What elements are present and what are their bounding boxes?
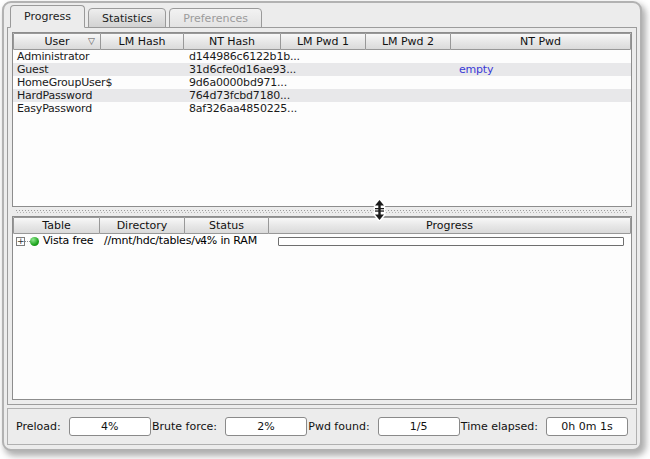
cell-nt-hash: d144986c6122b1b... bbox=[185, 50, 283, 63]
hash-row-hardpassword[interactable]: HardPassword764d73fcbd7180... bbox=[13, 89, 631, 102]
cell-nt-pwd bbox=[455, 50, 631, 63]
tree-expander-icon[interactable]: + bbox=[16, 237, 25, 246]
hash-table-header-row: User▽LM HashNT HashLM Pwd 1LM Pwd 2NT Pw… bbox=[13, 33, 631, 50]
cell-lm-pwd2 bbox=[369, 76, 455, 89]
column-header-table[interactable]: Table bbox=[13, 217, 100, 234]
cell-nt-hash: 8af326aa4850225... bbox=[185, 102, 283, 115]
cell-user: HomeGroupUser$ bbox=[13, 76, 101, 89]
tables-table: TableDirectoryStatusProgress + Vista fre… bbox=[12, 216, 632, 400]
cell-lm-hash bbox=[101, 63, 185, 76]
cell-lm-pwd2 bbox=[369, 102, 455, 115]
table-row-vista-free[interactable]: + Vista free //mnt/hdc/tables/v... 4% in… bbox=[13, 234, 631, 248]
time-elapsed-label: Time elapsed: bbox=[461, 420, 538, 433]
hash-row-administrator[interactable]: Administratord144986c6122b1b... bbox=[13, 50, 631, 63]
cell-table-name: + Vista free bbox=[13, 234, 100, 248]
splitter-handle[interactable] bbox=[12, 207, 632, 216]
status-bar: Preload: 4% Brute force: 2% Pwd found: 1… bbox=[7, 408, 637, 445]
pwd-found-group: Pwd found: 1/5 bbox=[308, 417, 459, 436]
preload-group: Preload: 4% bbox=[16, 417, 151, 436]
cell-nt-hash: 31d6cfe0d16ae93... bbox=[185, 63, 283, 76]
time-elapsed-group: Time elapsed: 0h 0m 1s bbox=[461, 417, 628, 436]
pwd-found-value-field: 1/5 bbox=[378, 417, 460, 436]
cell-nt-hash: 764d73fcbd7180... bbox=[185, 89, 283, 102]
cell-lm-pwd1 bbox=[283, 76, 369, 89]
table-name-label: Vista free bbox=[43, 234, 93, 248]
cell-nt-pwd: empty bbox=[455, 63, 631, 76]
cell-lm-hash bbox=[101, 76, 185, 89]
tab-bar: Progress Statistics Preferences bbox=[4, 3, 640, 27]
column-header-lm-pwd-2[interactable]: LM Pwd 2 bbox=[365, 33, 451, 50]
column-header-directory[interactable]: Directory bbox=[99, 217, 185, 234]
cell-lm-pwd2 bbox=[369, 89, 455, 102]
cell-lm-hash bbox=[101, 50, 185, 63]
progress-tab-pane: User▽LM HashNT HashLM Pwd 1LM Pwd 2NT Pw… bbox=[7, 27, 637, 405]
cell-lm-hash bbox=[101, 89, 185, 102]
cell-progress bbox=[271, 237, 631, 246]
cell-user: Guest bbox=[13, 63, 101, 76]
hash-row-homegroupuser$[interactable]: HomeGroupUser$9d6a0000bd971... bbox=[13, 76, 631, 89]
ophcrack-window: Progress Statistics Preferences User▽LM … bbox=[2, 1, 642, 451]
hash-row-easypassword[interactable]: EasyPassword8af326aa4850225... bbox=[13, 102, 631, 115]
column-header-lm-pwd-1[interactable]: LM Pwd 1 bbox=[280, 33, 366, 50]
preload-label: Preload: bbox=[16, 420, 61, 433]
cell-lm-pwd2 bbox=[369, 63, 455, 76]
cell-status: 4% in RAM bbox=[186, 234, 271, 248]
tab-statistics[interactable]: Statistics bbox=[88, 8, 166, 28]
brute-force-value-field: 2% bbox=[225, 417, 307, 436]
table-enabled-dot-icon bbox=[30, 237, 39, 246]
splitter-dots bbox=[16, 210, 628, 213]
sort-indicator-icon: ▽ bbox=[88, 34, 95, 49]
hash-row-guest[interactable]: Guest31d6cfe0d16ae93...empty bbox=[13, 63, 631, 76]
cell-nt-pwd bbox=[455, 89, 631, 102]
pwd-found-label: Pwd found: bbox=[308, 420, 369, 433]
cell-nt-hash: 9d6a0000bd971... bbox=[185, 76, 283, 89]
hash-table-body: Administratord144986c6122b1b...Guest31d6… bbox=[13, 50, 631, 206]
hash-table: User▽LM HashNT HashLM Pwd 1LM Pwd 2NT Pw… bbox=[12, 32, 632, 207]
cell-lm-pwd1 bbox=[283, 50, 369, 63]
cell-user: EasyPassword bbox=[13, 102, 101, 115]
column-header-nt-hash[interactable]: NT Hash bbox=[183, 33, 281, 50]
tab-preferences: Preferences bbox=[169, 8, 262, 28]
tables-table-body: + Vista free //mnt/hdc/tables/v... 4% in… bbox=[13, 234, 631, 399]
time-elapsed-value-field: 0h 0m 1s bbox=[546, 417, 628, 436]
brute-force-group: Brute force: 2% bbox=[152, 417, 307, 436]
preload-value-field: 4% bbox=[69, 417, 151, 436]
cell-nt-pwd bbox=[455, 76, 631, 89]
cell-lm-pwd1 bbox=[283, 89, 369, 102]
cell-lm-pwd2 bbox=[369, 50, 455, 63]
table-progress-bar bbox=[278, 237, 624, 246]
vertical-resize-cursor-icon bbox=[372, 199, 387, 225]
cell-lm-pwd1 bbox=[283, 63, 369, 76]
cell-nt-pwd bbox=[455, 102, 631, 115]
tab-progress[interactable]: Progress bbox=[10, 5, 85, 28]
cell-directory: //mnt/hdc/tables/v... bbox=[100, 234, 186, 248]
cell-lm-hash bbox=[101, 102, 185, 115]
column-header-nt-pwd[interactable]: NT Pwd bbox=[450, 33, 631, 50]
column-header-lm-hash[interactable]: LM Hash bbox=[100, 33, 184, 50]
cell-lm-pwd1 bbox=[283, 102, 369, 115]
brute-force-label: Brute force: bbox=[152, 420, 217, 433]
cell-user: Administrator bbox=[13, 50, 101, 63]
cell-user: HardPassword bbox=[13, 89, 101, 102]
column-header-status[interactable]: Status bbox=[184, 217, 269, 234]
column-header-user[interactable]: User▽ bbox=[13, 33, 101, 50]
tables-table-header-row: TableDirectoryStatusProgress bbox=[13, 217, 631, 234]
column-header-progress[interactable]: Progress bbox=[268, 217, 631, 234]
